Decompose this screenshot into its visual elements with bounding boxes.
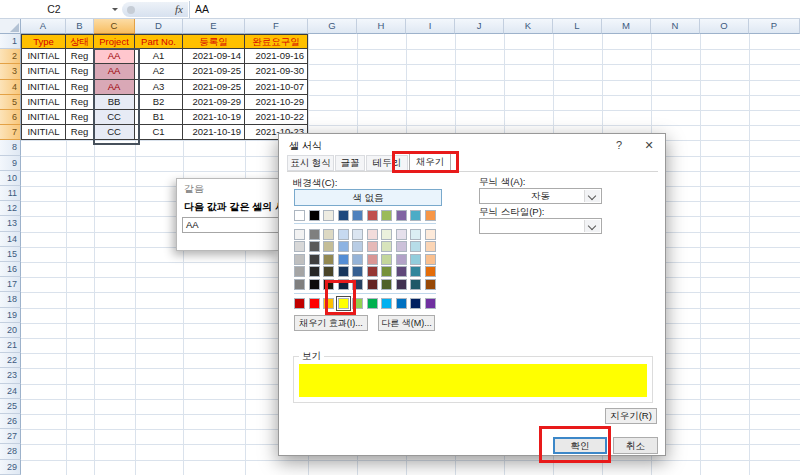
cell-F3[interactable]: 2021-09-30 (245, 64, 308, 79)
row-header-2[interactable]: 2 (0, 49, 21, 64)
palette-swatch-632423[interactable] (367, 279, 378, 290)
palette-swatch-FFC000[interactable] (323, 298, 334, 309)
palette-swatch-31859B[interactable] (410, 266, 421, 277)
palette-swatch-76923C[interactable] (381, 266, 392, 277)
column-header-I[interactable]: I (406, 19, 455, 34)
palette-swatch-E5B9B7[interactable] (367, 241, 378, 252)
palette-swatch-FF0000[interactable] (309, 298, 320, 309)
cell-B6[interactable]: Reg (66, 110, 94, 125)
cell-E7[interactable]: 2021-10-19 (183, 125, 245, 140)
column-header-B[interactable]: B (66, 19, 94, 34)
dropdown-arrow-icon[interactable] (584, 220, 600, 232)
tab-표시 형식[interactable]: 표시 형식 (287, 155, 334, 171)
palette-swatch-205867[interactable] (410, 279, 421, 290)
cell-C5[interactable]: BB (94, 95, 135, 110)
palette-swatch-1F497D[interactable] (338, 210, 349, 221)
palette-swatch-000000[interactable] (309, 210, 320, 221)
palette-swatch-00B050[interactable] (367, 298, 378, 309)
palette-swatch-F79646[interactable] (425, 210, 436, 221)
palette-swatch-FFFF00[interactable] (338, 298, 349, 309)
pattern-style-dropdown[interactable] (479, 218, 602, 234)
table-header-Type[interactable]: Type (21, 34, 66, 49)
clear-button[interactable]: 지우기(R) (605, 408, 657, 424)
fill-effects-button[interactable]: 채우기 효과(I)... (294, 315, 368, 331)
select-all-corner[interactable] (0, 19, 21, 34)
palette-swatch-366092[interactable] (352, 266, 363, 277)
palette-swatch-4F6128[interactable] (381, 279, 392, 290)
cell-C6[interactable]: CC (94, 110, 135, 125)
palette-swatch-00B0F0[interactable] (381, 298, 392, 309)
row-header-23[interactable]: 23 (0, 368, 21, 383)
palette-swatch-974806[interactable] (425, 279, 436, 290)
help-icon[interactable]: ? (611, 138, 627, 152)
cell-B3[interactable]: Reg (66, 64, 94, 79)
row-header-28[interactable]: 28 (0, 444, 21, 459)
palette-swatch-4BACC6[interactable] (410, 210, 421, 221)
cell-E5[interactable]: 2021-09-29 (183, 95, 245, 110)
palette-swatch-953734[interactable] (367, 266, 378, 277)
close-icon[interactable]: ✕ (641, 138, 657, 152)
cell-A6[interactable]: INITIAL (21, 110, 66, 125)
column-header-O[interactable]: O (700, 19, 749, 34)
table-header-Project[interactable]: Project (94, 34, 135, 49)
fx-icon[interactable]: fx (175, 2, 183, 17)
cell-B2[interactable]: Reg (66, 49, 94, 64)
palette-swatch-FDEADA[interactable] (425, 229, 436, 240)
row-header-4[interactable]: 4 (0, 80, 21, 95)
cell-D4[interactable]: A3 (135, 80, 183, 95)
row-header-15[interactable]: 15 (0, 247, 21, 262)
column-header-H[interactable]: H (357, 19, 406, 34)
palette-swatch-DBE5F1[interactable] (352, 229, 363, 240)
tab-채우기[interactable]: 채우기 (409, 152, 451, 172)
cell-A5[interactable]: INITIAL (21, 95, 66, 110)
column-header-L[interactable]: L (553, 19, 602, 34)
cell-C4[interactable]: AA (94, 80, 135, 95)
palette-swatch-7F7F7F[interactable] (309, 229, 320, 240)
dropdown-arrow-icon[interactable] (584, 190, 600, 202)
palette-swatch-D8D8D8[interactable] (294, 241, 305, 252)
palette-swatch-262626[interactable] (309, 266, 320, 277)
palette-swatch-D7E3BC[interactable] (381, 241, 392, 252)
palette-swatch-8DB3E2[interactable] (338, 241, 349, 252)
palette-swatch-0F243E[interactable] (338, 279, 349, 290)
tab-글꼴[interactable]: 글꼴 (335, 155, 365, 171)
column-header-K[interactable]: K (504, 19, 553, 34)
palette-swatch-F2DCDB[interactable] (367, 229, 378, 240)
cell-D6[interactable]: B1 (135, 110, 183, 125)
palette-swatch-0070C0[interactable] (396, 298, 407, 309)
row-header-1[interactable]: 1 (0, 34, 21, 49)
palette-swatch-5F497A[interactable] (396, 266, 407, 277)
palette-swatch-595959[interactable] (309, 241, 320, 252)
table-header-Part No.[interactable]: Part No. (135, 34, 183, 49)
palette-swatch-EBF1DD[interactable] (381, 229, 392, 240)
cell-B7[interactable]: Reg (66, 125, 94, 140)
palette-swatch-548DD4[interactable] (338, 254, 349, 265)
palette-swatch-92D050[interactable] (352, 298, 363, 309)
cell-A3[interactable]: INITIAL (21, 64, 66, 79)
column-header-E[interactable]: E (183, 19, 245, 34)
table-header-상태[interactable]: 상태 (66, 34, 94, 49)
palette-swatch-8064A2[interactable] (396, 210, 407, 221)
row-header-27[interactable]: 27 (0, 429, 21, 444)
cell-B4[interactable]: Reg (66, 80, 94, 95)
name-box-dropdown-icon[interactable] (112, 8, 118, 14)
row-header-29[interactable]: 29 (0, 460, 21, 475)
column-header-N[interactable]: N (651, 19, 700, 34)
cell-E4[interactable]: 2021-09-25 (183, 80, 245, 95)
palette-swatch-E5E0EC[interactable] (396, 229, 407, 240)
row-header-9[interactable]: 9 (0, 156, 21, 171)
row-header-22[interactable]: 22 (0, 353, 21, 368)
cell-F5[interactable]: 2021-10-29 (245, 95, 308, 110)
row-header-11[interactable]: 11 (0, 186, 21, 201)
cell-D7[interactable]: C1 (135, 125, 183, 140)
row-header-24[interactable]: 24 (0, 384, 21, 399)
palette-swatch-B2A2C7[interactable] (396, 254, 407, 265)
palette-swatch-494429[interactable] (323, 266, 334, 277)
palette-swatch-FAC08F[interactable] (425, 254, 436, 265)
row-header-26[interactable]: 26 (0, 414, 21, 429)
cell-D2[interactable]: A1 (135, 49, 183, 64)
row-header-12[interactable]: 12 (0, 201, 21, 216)
equal-to-value-input[interactable]: AA (182, 217, 280, 233)
cell-B5[interactable]: Reg (66, 95, 94, 110)
row-header-21[interactable]: 21 (0, 338, 21, 353)
